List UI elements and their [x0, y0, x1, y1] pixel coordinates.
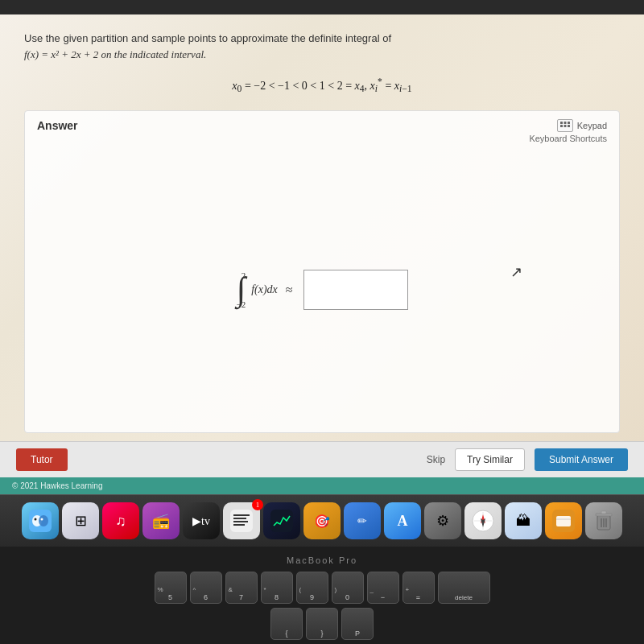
keyboard-row-1: % 5 ^ 6 & 7 * 8 ( 9 ) 0: [4, 572, 640, 604]
skip-button[interactable]: Skip: [427, 454, 445, 465]
key-main-char: 9: [310, 593, 314, 601]
key-top-char: (: [299, 586, 302, 593]
equation-display: x0 = −2 < −1 < 0 < 1 < 2 = x4, xi* = xi−…: [24, 76, 620, 94]
right-actions: Skip Try Similar Submit Answer: [427, 448, 628, 471]
key-main-char: 7: [239, 593, 243, 601]
key-0-rparen[interactable]: ) 0: [332, 572, 364, 604]
action-bar: Tutor Skip Try Similar Submit Answer: [0, 441, 644, 477]
key-equals-plus[interactable]: + =: [402, 572, 435, 604]
dock-stocks[interactable]: [263, 502, 300, 539]
music-icon: ♫: [115, 513, 126, 530]
key-main-char: −: [381, 593, 385, 601]
svg-rect-20: [556, 516, 571, 526]
svg-rect-4: [564, 125, 566, 127]
key-6-caret[interactable]: ^ 6: [190, 572, 222, 604]
svg-rect-1: [564, 122, 566, 124]
dock-pages[interactable]: ✏: [344, 502, 381, 539]
svg-rect-24: [601, 511, 606, 514]
key-9-lparen[interactable]: ( 9: [296, 572, 328, 604]
tv-icon: ▶tv: [192, 514, 210, 528]
keyboard-area: MacBook Pro % 5 ^ 6 & 7 * 8 ( 9: [0, 547, 644, 644]
key-8-asterisk[interactable]: * 8: [261, 572, 293, 604]
key-top-char: &: [229, 586, 233, 593]
dock-music[interactable]: ♫: [102, 502, 139, 539]
answer-input-box[interactable]: [303, 270, 408, 310]
keynote-icon: 🎯: [314, 514, 330, 529]
key-main-char: 8: [275, 593, 279, 601]
svg-rect-2: [568, 122, 570, 124]
key-p[interactable]: P: [341, 608, 374, 640]
key-delete-label: delete: [455, 594, 473, 601]
dock-launchpad[interactable]: ⊞: [62, 502, 99, 539]
key-top-char: ): [335, 586, 337, 593]
problem-instruction: Use the given partition and sample point…: [24, 31, 620, 62]
photos-icon: 🏔: [516, 513, 530, 530]
function-text: f(x) = x² + 2x + 2 on the indicated inte…: [24, 48, 206, 60]
svg-point-8: [39, 515, 48, 526]
settings-icon: ⚙: [436, 512, 449, 530]
key-top-char: +: [406, 586, 410, 593]
approx-symbol: ≈: [286, 283, 293, 297]
key-5-percent[interactable]: % 5: [155, 572, 187, 604]
tutor-button[interactable]: Tutor: [16, 448, 68, 471]
key-top-char: ^: [193, 586, 196, 593]
copyright-text: © 2021 Hawkes Learning: [12, 481, 102, 490]
answer-section: Answer: [24, 110, 620, 433]
key-top-char: %: [158, 586, 163, 593]
dock-finder[interactable]: [22, 502, 59, 539]
dock-appstore[interactable]: A: [384, 502, 421, 539]
key-lbrace[interactable]: {: [270, 608, 303, 640]
svg-point-10: [41, 518, 43, 521]
svg-rect-5: [568, 125, 570, 127]
dock-photos[interactable]: 🏔: [505, 502, 542, 539]
news-badge: 1: [252, 499, 263, 510]
integral-expression: 2 ∫ −2 f(x)dx ≈: [236, 270, 407, 310]
bezel-top: [0, 0, 644, 14]
answer-display-area: 2 ∫ −2 f(x)dx ≈ ↗: [37, 155, 607, 424]
dock-safari[interactable]: [464, 502, 502, 539]
macbook-brand-text: MacBook Pro: [287, 555, 357, 565]
key-top-char: *: [264, 586, 266, 593]
submit-button[interactable]: Submit Answer: [535, 448, 628, 471]
app-window: Use the given partition and sample point…: [0, 14, 644, 494]
svg-point-9: [35, 518, 37, 521]
svg-rect-0: [560, 122, 563, 124]
dock-trash[interactable]: [585, 502, 622, 539]
integral-integrand: f(x)dx: [251, 283, 278, 296]
dock-orange-app[interactable]: [545, 502, 582, 539]
key-minus-underscore[interactable]: _ −: [367, 572, 399, 604]
key-main-char: 6: [204, 593, 208, 601]
footer-bar: © 2021 Hawkes Learning: [0, 477, 644, 494]
keypad-button[interactable]: Keypad: [557, 119, 607, 132]
keyboard-row-2: { } P: [4, 608, 640, 640]
key-main-char: P: [355, 630, 360, 638]
dock-podcasts[interactable]: 📻: [142, 502, 180, 539]
dock-news[interactable]: 1: [223, 502, 260, 539]
keypad-icon: [557, 119, 573, 132]
keyboard-shortcuts-link[interactable]: Keyboard Shortcuts: [529, 134, 607, 143]
try-similar-button[interactable]: Try Similar: [455, 448, 525, 471]
answer-header: Answer: [37, 119, 607, 143]
key-7-ampersand[interactable]: & 7: [225, 572, 258, 604]
macbook-label: MacBook Pro: [4, 553, 640, 568]
key-main-char: 5: [168, 593, 172, 601]
key-main-char: 0: [345, 593, 349, 601]
dock-keynote[interactable]: 🎯: [303, 502, 341, 539]
key-rbrace[interactable]: }: [306, 608, 338, 640]
content-area: Use the given partition and sample point…: [0, 14, 644, 441]
keypad-label: Keypad: [577, 121, 607, 130]
dock-settings[interactable]: ⚙: [424, 502, 461, 539]
answer-label: Answer: [37, 119, 78, 132]
dock-tv[interactable]: ▶tv: [183, 502, 220, 539]
instruction-text: Use the given partition and sample point…: [24, 32, 391, 44]
key-main-char: =: [416, 593, 420, 601]
keypad-area: Keypad Keyboard Shortcuts: [529, 119, 607, 143]
launchpad-icon: ⊞: [75, 512, 87, 530]
key-delete[interactable]: delete: [438, 572, 490, 604]
key-main-char: }: [320, 630, 323, 638]
integral-lower-limit: −2: [236, 299, 246, 309]
pages-icon: ✏: [357, 514, 367, 528]
svg-rect-23: [596, 514, 612, 516]
macos-dock: ⊞ ♫ 📻 ▶tv 1 🎯: [0, 494, 644, 547]
cursor-indicator: ↗: [510, 263, 522, 281]
